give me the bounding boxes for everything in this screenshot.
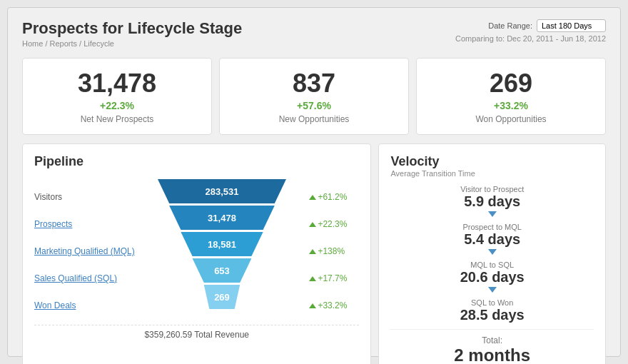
funnel-value-3: 653 bbox=[214, 266, 230, 276]
arrow-down-icon-0 bbox=[390, 211, 594, 217]
velocity-item-0: Visitor to Prospect 5.9 days bbox=[390, 185, 594, 217]
kpi-change-1: +57.6% bbox=[231, 100, 397, 111]
funnel-visual: 283,53131,47818,581653269 bbox=[142, 176, 303, 315]
arrow-up-icon-0 bbox=[309, 195, 316, 200]
kpi-card-2: 269 +33.2% Won Opportunities bbox=[416, 58, 606, 135]
kpi-change-0: +22.3% bbox=[34, 100, 200, 111]
velocity-item-3: SQL to Won 28.5 days bbox=[390, 298, 594, 323]
date-range-label: Date Range: bbox=[488, 21, 532, 30]
kpi-change-2: +33.2% bbox=[428, 100, 594, 111]
velocity-stage-value-1: 5.4 days bbox=[390, 231, 594, 248]
funnel-change-0: +61.2% bbox=[309, 183, 359, 211]
arrow-up-icon-1 bbox=[309, 222, 316, 227]
funnel-label-1[interactable]: Prospects bbox=[34, 211, 135, 238]
kpi-card-1: 837 +57.6% New Opportunities bbox=[219, 58, 409, 135]
funnel-value-1: 31,478 bbox=[208, 213, 236, 223]
kpi-value-0: 31,478 bbox=[34, 69, 200, 98]
velocity-stage-label-0: Visitor to Prospect bbox=[390, 185, 594, 193]
funnel-change-2: +138% bbox=[309, 238, 359, 265]
funnel-label-3[interactable]: Sales Qualified (SQL) bbox=[34, 265, 135, 292]
kpi-label-2: Won Opportunities bbox=[428, 114, 594, 124]
funnel-value-2: 18,581 bbox=[208, 239, 236, 250]
funnel-label-0: Visitors bbox=[34, 183, 135, 211]
velocity-total-value: 2 months bbox=[390, 345, 594, 364]
funnel-label-2[interactable]: Marketing Qualified (MQL) bbox=[34, 238, 135, 265]
velocity-stage-value-0: 5.9 days bbox=[390, 193, 594, 210]
comparing-text: Comparing to: Dec 20, 2011 - Jun 18, 201… bbox=[455, 34, 606, 43]
velocity-title: Velocity bbox=[390, 154, 594, 169]
arrow-up-icon-3 bbox=[309, 276, 316, 281]
velocity-item-1: Prospect to MQL 5.4 days bbox=[390, 223, 594, 255]
velocity-stage-label-2: MQL to SQL bbox=[390, 261, 594, 269]
change-text-1: +22.3% bbox=[318, 219, 347, 229]
velocity-card: Velocity Average Transition Time Visitor… bbox=[378, 143, 606, 364]
change-text-2: +138% bbox=[318, 246, 345, 256]
funnel-value-0: 283,531 bbox=[206, 186, 239, 197]
change-text-4: +33.2% bbox=[318, 300, 347, 310]
kpi-card-0: 31,478 +22.3% Net New Prospects bbox=[22, 58, 212, 135]
pipeline-content: VisitorsProspectsMarketing Qualified (MQ… bbox=[34, 176, 359, 319]
velocity-total-label: Total: bbox=[390, 335, 594, 345]
page-title: Prospects for Lifecycle Stage bbox=[22, 19, 242, 38]
funnel-svg: 283,53131,47818,581653269 bbox=[158, 179, 286, 315]
dashboard: Prospects for Lifecycle Stage Home / Rep… bbox=[7, 7, 621, 357]
velocity-stage-label-3: SQL to Won bbox=[390, 298, 594, 307]
total-revenue: $359,260.59 Total Revenue bbox=[34, 325, 359, 340]
kpi-label-1: New Opportunities bbox=[231, 114, 397, 124]
funnel-link-1: Prospects bbox=[34, 219, 72, 229]
change-text-0: +61.2% bbox=[318, 192, 347, 202]
kpi-label-0: Net New Prospects bbox=[34, 114, 200, 124]
kpi-row: 31,478 +22.3% Net New Prospects 837 +57.… bbox=[22, 58, 606, 135]
arrow-up-icon-4 bbox=[309, 303, 316, 308]
funnel-link-3: Sales Qualified (SQL) bbox=[34, 273, 117, 283]
change-text-3: +17.7% bbox=[318, 273, 347, 283]
funnel-change-1: +22.3% bbox=[309, 211, 359, 238]
bottom-row: Pipeline VisitorsProspectsMarketing Qual… bbox=[22, 143, 606, 364]
header-left: Prospects for Lifecycle Stage Home / Rep… bbox=[22, 19, 242, 48]
kpi-value-1: 837 bbox=[231, 69, 397, 98]
velocity-total: Total: 2 months bbox=[390, 329, 594, 364]
funnel-value-4: 269 bbox=[214, 292, 230, 303]
header-right: Date Range: Last 180 Days Last 90 Days L… bbox=[455, 19, 606, 43]
velocity-stage-value-2: 20.6 days bbox=[390, 269, 594, 285]
funnel-change-3: +17.7% bbox=[309, 265, 359, 292]
funnel-change-4: +33.2% bbox=[309, 292, 359, 319]
arrow-up-icon-2 bbox=[309, 249, 316, 254]
velocity-subtitle: Average Transition Time bbox=[390, 169, 594, 178]
velocity-stage-value-3: 28.5 days bbox=[390, 307, 594, 323]
velocity-stage-label-1: Prospect to MQL bbox=[390, 223, 594, 231]
funnel-labels: VisitorsProspectsMarketing Qualified (MQ… bbox=[34, 176, 135, 319]
breadcrumb: Home / Reports / Lifecycle bbox=[22, 39, 242, 48]
header: Prospects for Lifecycle Stage Home / Rep… bbox=[22, 19, 606, 48]
kpi-value-2: 269 bbox=[428, 69, 594, 98]
funnel-link-2: Marketing Qualified (MQL) bbox=[34, 246, 135, 256]
velocity-item-2: MQL to SQL 20.6 days bbox=[390, 261, 594, 293]
funnel-label-4[interactable]: Won Deals bbox=[34, 292, 135, 319]
arrow-down-icon-1 bbox=[390, 249, 594, 255]
pipeline-card: Pipeline VisitorsProspectsMarketing Qual… bbox=[22, 143, 371, 364]
arrow-down-icon-2 bbox=[390, 287, 594, 293]
funnel-link-4: Won Deals bbox=[34, 300, 76, 310]
date-range-select[interactable]: Last 180 Days Last 90 Days Last 30 Days bbox=[537, 19, 606, 32]
pipeline-title: Pipeline bbox=[34, 154, 359, 169]
funnel-changes: +61.2%+22.3%+138%+17.7%+33.2% bbox=[309, 176, 359, 319]
